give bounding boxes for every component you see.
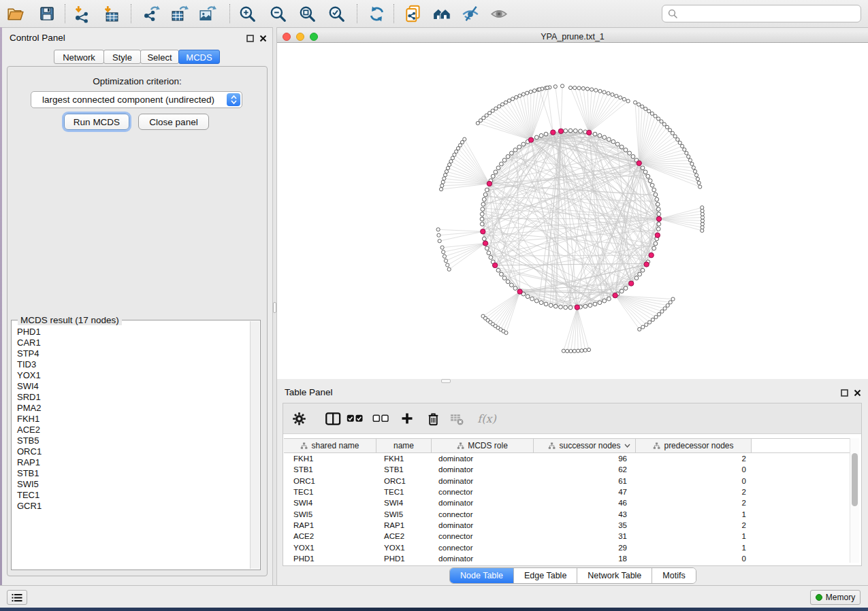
close-panel-action-button[interactable]: Close panel <box>138 114 209 130</box>
table-cell[interactable]: connector <box>432 544 534 552</box>
table-cell[interactable]: 96 <box>534 455 636 463</box>
table-cell[interactable]: dominator <box>432 499 534 507</box>
open-file-button[interactable] <box>3 3 27 24</box>
network-graph[interactable] <box>277 43 868 379</box>
result-item[interactable]: TID3 <box>17 359 250 370</box>
result-item[interactable]: RAP1 <box>17 457 250 468</box>
result-item[interactable]: YOX1 <box>17 370 250 381</box>
table-cell[interactable]: 43 <box>534 510 636 518</box>
table-cell[interactable]: 2 <box>636 499 752 507</box>
table-cell[interactable]: YOX1 <box>284 544 376 552</box>
table-cell[interactable]: SWI4 <box>376 499 432 507</box>
table-cell[interactable]: connector <box>432 510 534 518</box>
table-row[interactable]: FKH1FKH1dominator962 <box>284 453 850 464</box>
table-cell[interactable]: 62 <box>534 465 636 474</box>
zoom-fit-button[interactable] <box>295 3 319 24</box>
export-table-button[interactable] <box>167 3 191 24</box>
table-cell[interactable]: connector <box>432 532 534 540</box>
table-cell[interactable]: dominator <box>432 555 534 563</box>
result-item[interactable]: TEC1 <box>17 490 250 501</box>
table-cell[interactable]: 61 <box>534 477 636 485</box>
zoom-selected-button[interactable] <box>325 3 348 24</box>
table-cell[interactable]: 1 <box>636 544 752 552</box>
table-cell[interactable]: ORC1 <box>376 477 432 485</box>
table-row[interactable]: ACE2ACE2connector311 <box>284 531 850 542</box>
show-all-button[interactable] <box>487 3 511 24</box>
tab-node-table[interactable]: Node Table <box>450 568 514 583</box>
table-cell[interactable]: FKH1 <box>376 455 432 463</box>
import-network-button[interactable] <box>70 3 93 24</box>
result-item[interactable]: GCR1 <box>17 501 250 512</box>
select-all-button[interactable] <box>344 409 365 428</box>
search-input[interactable] <box>681 8 855 20</box>
result-item[interactable]: CAR1 <box>17 337 250 348</box>
table-cell[interactable]: STB1 <box>376 465 432 474</box>
table-row[interactable]: SWI4SWI4dominator462 <box>284 497 850 508</box>
result-item[interactable]: PMA2 <box>17 403 250 414</box>
result-item[interactable]: PHD1 <box>17 327 250 337</box>
table-cell[interactable]: YOX1 <box>376 544 432 552</box>
close-table-panel-button[interactable] <box>852 388 862 397</box>
delete-selected-button[interactable] <box>423 409 443 428</box>
table-cell[interactable]: dominator <box>432 465 534 474</box>
table-cell[interactable]: 47 <box>534 488 636 496</box>
result-item[interactable]: FKH1 <box>17 414 250 425</box>
divider-handle[interactable] <box>273 302 276 313</box>
float-table-panel-button[interactable] <box>839 388 849 397</box>
float-panel-button[interactable] <box>245 33 255 43</box>
table-cell[interactable]: 0 <box>636 477 752 485</box>
result-item[interactable]: SWI5 <box>17 479 250 490</box>
panel-split-divider[interactable] <box>272 27 277 585</box>
function-builder-button[interactable]: f(x) <box>475 409 499 428</box>
table-cell[interactable]: STB1 <box>284 465 376 474</box>
table-cell[interactable]: 2 <box>636 455 752 463</box>
result-item[interactable]: ORC1 <box>17 446 250 457</box>
table-cell[interactable]: RAP1 <box>284 521 376 529</box>
table-cell[interactable]: 31 <box>534 532 636 540</box>
tab-edge-table[interactable]: Edge Table <box>514 568 577 583</box>
tab-mcds[interactable]: MCDS <box>178 50 220 64</box>
table-cell[interactable]: ACE2 <box>376 532 432 540</box>
column-header-successor-nodes[interactable]: successor nodes <box>534 439 636 452</box>
table-cell[interactable]: dominator <box>432 455 534 463</box>
result-item[interactable]: SRD1 <box>17 392 250 403</box>
table-cell[interactable]: connector <box>432 488 534 496</box>
table-cell[interactable]: SWI5 <box>284 510 376 518</box>
optimization-criterion-select[interactable]: largest connected component (undirected) <box>31 91 242 108</box>
table-cell[interactable]: dominator <box>432 521 534 529</box>
show-columns-button[interactable] <box>323 409 343 428</box>
delete-table-button[interactable] <box>447 409 467 428</box>
table-cell[interactable]: RAP1 <box>376 521 432 529</box>
table-cell[interactable]: 1 <box>636 510 752 518</box>
export-image-button[interactable] <box>195 3 219 24</box>
table-scrollbar[interactable] <box>850 438 859 563</box>
table-cell[interactable]: dominator <box>432 477 534 485</box>
close-panel-button[interactable] <box>258 33 268 43</box>
table-settings-button[interactable] <box>289 409 309 428</box>
table-cell[interactable]: FKH1 <box>284 455 376 463</box>
table-cell[interactable]: 18 <box>534 555 636 563</box>
result-item[interactable]: STP4 <box>17 348 250 359</box>
table-row[interactable]: PHD1PHD1dominator180 <box>284 553 850 564</box>
houses-button[interactable] <box>430 3 453 24</box>
table-scrollbar-thumb[interactable] <box>852 453 858 506</box>
table-cell[interactable]: PHD1 <box>376 555 432 563</box>
result-list-scrollbar[interactable] <box>250 321 259 569</box>
table-cell[interactable]: SWI5 <box>376 510 432 518</box>
tab-network[interactable]: Network <box>54 50 104 64</box>
result-item[interactable]: STB1 <box>17 468 250 479</box>
run-mcds-button[interactable]: Run MCDS <box>64 114 129 130</box>
table-cell[interactable]: 2 <box>636 521 752 529</box>
table-cell[interactable]: 2 <box>636 488 752 496</box>
table-cell[interactable]: ORC1 <box>284 477 376 485</box>
save-session-button[interactable] <box>35 3 59 24</box>
result-item[interactable]: ACE2 <box>17 425 250 435</box>
table-cell[interactable]: TEC1 <box>284 488 376 496</box>
table-row[interactable]: ORC1ORC1dominator610 <box>284 476 850 486</box>
table-row[interactable]: YOX1YOX1connector291 <box>284 542 850 552</box>
export-network-button[interactable] <box>140 3 163 24</box>
tab-network-table[interactable]: Network Table <box>577 568 652 583</box>
table-cell[interactable]: 35 <box>534 521 636 529</box>
table-cell[interactable]: 1 <box>636 532 752 540</box>
table-cell[interactable]: PHD1 <box>284 555 376 563</box>
